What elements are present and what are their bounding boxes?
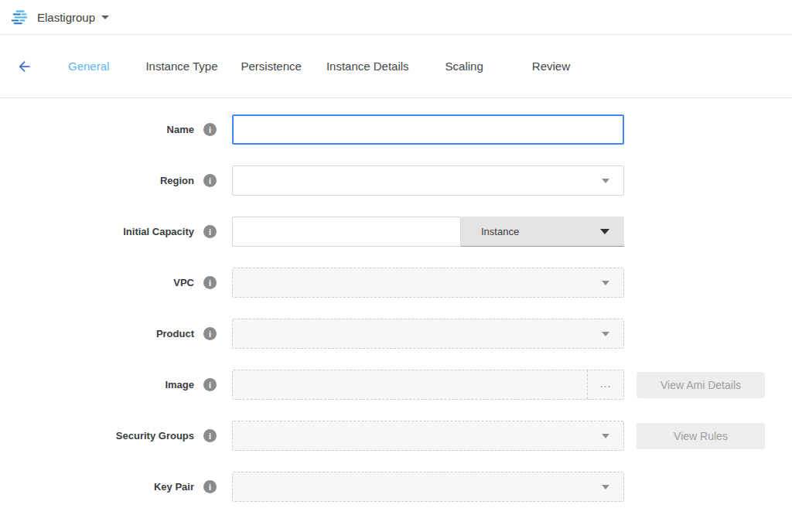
name-info-icon[interactable]: i [203, 123, 217, 136]
chevron-down-icon [602, 281, 609, 285]
capacity-unit-select[interactable]: Instance [461, 217, 624, 247]
chevron-down-icon [602, 179, 609, 183]
elastigroup-logo-icon [11, 9, 29, 25]
region-info-icon[interactable]: i [203, 174, 217, 187]
chevron-down-icon [602, 332, 609, 336]
product-name-label: Elastigroup [37, 11, 95, 24]
back-button[interactable] [16, 58, 32, 74]
wizard-tab-bar: General Instance Type Persistence Instan… [0, 35, 792, 98]
chevron-down-icon [602, 434, 609, 438]
vpc-select [232, 268, 624, 298]
product-switcher[interactable]: Elastigroup [11, 9, 109, 25]
form-row-key-pair: Key Pair i [0, 472, 792, 502]
key-pair-select [232, 472, 624, 502]
form-row-product: Product i [0, 319, 792, 349]
form-row-image: Image i ... View Ami Details [0, 370, 792, 400]
tab-instance-details[interactable]: Instance Details [326, 60, 409, 73]
product-select [232, 319, 624, 349]
tab-general[interactable]: General [68, 60, 109, 73]
region-select[interactable] [232, 165, 624, 196]
capacity-unit-value: Instance [481, 226, 519, 237]
key-pair-info-icon[interactable]: i [203, 480, 217, 493]
name-label: Name [167, 124, 194, 135]
product-info-icon[interactable]: i [203, 327, 217, 340]
initial-capacity-info-icon[interactable]: i [203, 225, 217, 238]
image-browse-button: ... [587, 370, 623, 399]
security-groups-label: Security Groups [116, 430, 194, 442]
tab-instance-type[interactable]: Instance Type [145, 60, 217, 73]
security-groups-select [232, 421, 624, 451]
name-input[interactable] [232, 114, 624, 145]
initial-capacity-input[interactable] [232, 217, 461, 247]
chevron-down-icon [602, 485, 609, 489]
top-app-bar: Elastigroup [0, 0, 792, 35]
view-rules-button: View Rules [637, 423, 765, 449]
image-label: Image [165, 379, 194, 390]
form-row-region: Region i [0, 165, 792, 196]
image-value-area [233, 370, 587, 399]
image-field: ... [232, 370, 624, 400]
tab-scaling[interactable]: Scaling [446, 60, 483, 73]
arrow-left-icon [16, 65, 32, 77]
ellipsis-icon: ... [600, 377, 612, 390]
view-ami-details-button: View Ami Details [637, 372, 765, 398]
form-row-initial-capacity: Initial Capacity i Instance [0, 217, 792, 247]
wizard-tabs: General Instance Type Persistence Instan… [31, 60, 570, 73]
chevron-down-icon [600, 229, 609, 234]
tab-persistence[interactable]: Persistence [241, 60, 302, 73]
tab-review[interactable]: Review [532, 60, 570, 73]
product-caret-down-icon [101, 15, 109, 19]
form-row-vpc: VPC i [0, 268, 792, 298]
region-label: Region [160, 175, 194, 186]
key-pair-label: Key Pair [154, 481, 194, 493]
image-info-icon[interactable]: i [203, 378, 217, 391]
initial-capacity-label: Initial Capacity [123, 226, 194, 237]
security-groups-info-icon[interactable]: i [203, 429, 217, 442]
form-row-security-groups: Security Groups i View Rules [0, 421, 792, 451]
product-label: Product [156, 328, 194, 339]
form-row-name: Name i [0, 114, 792, 145]
vpc-info-icon[interactable]: i [203, 276, 217, 289]
vpc-label: VPC [173, 277, 194, 288]
general-settings-form: Name i Region i Initial Capacity i Insta… [0, 98, 792, 502]
